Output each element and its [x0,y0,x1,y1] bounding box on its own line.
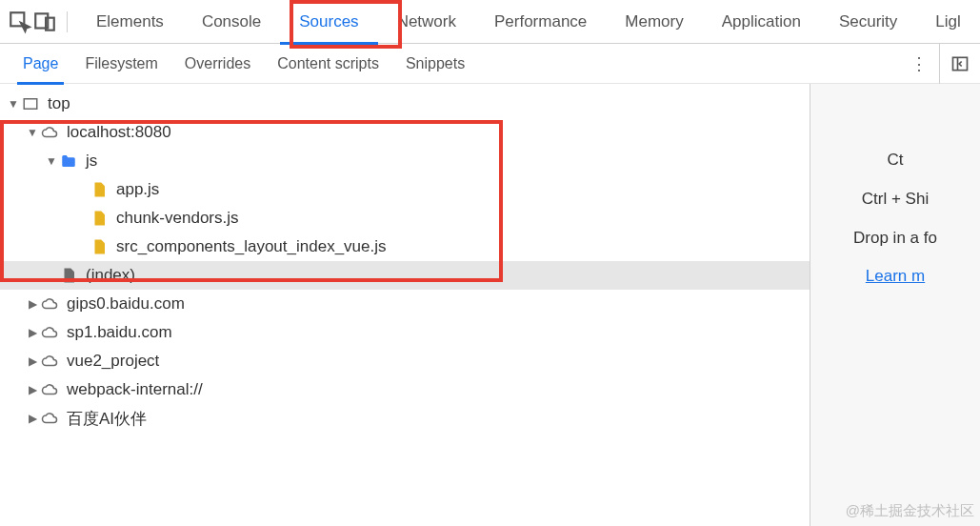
tree-node-top[interactable]: ▼ top [0,90,810,118]
chevron-right-icon: ▶ [25,297,40,311]
tab-performance[interactable]: Performance [475,0,606,44]
subtab-page[interactable]: Page [10,44,71,84]
right-help-pane: Ct Ctrl + Shi Drop in a fo Learn m [810,84,980,526]
chevron-right-icon: ▶ [25,383,40,396]
tab-network[interactable]: Network [378,0,475,44]
divider [67,11,68,32]
tab-lighthouse[interactable]: Ligl [916,0,979,44]
js-file-icon [90,237,109,256]
tree-label: chunk-vendors.js [116,209,239,228]
sources-sub-tabs-row: Page Filesystem Overrides Content script… [0,44,980,84]
cloud-icon [40,352,59,371]
devtools-main-tabs: Elements Console Sources Network Perform… [0,0,980,44]
tree-label: 百度AI伙伴 [67,408,147,430]
js-file-icon [90,209,109,228]
main-area: ▼ top ▼ localhost:8080 ▼ js app.js chunk… [0,84,980,526]
file-tree-pane: ▼ top ▼ localhost:8080 ▼ js app.js chunk… [0,84,810,526]
frame-icon [21,94,40,113]
svg-rect-5 [24,99,37,110]
tree-node-baidu-ai[interactable]: ▶ 百度AI伙伴 [0,404,810,433]
tab-application[interactable]: Application [703,0,820,44]
tree-node-localhost[interactable]: ▼ localhost:8080 [0,118,810,147]
chevron-right-icon: ▶ [25,354,40,368]
chevron-right-icon: ▶ [25,412,40,425]
shortcut-hint: Ct [816,141,974,180]
cloud-icon [40,380,59,399]
tab-security[interactable]: Security [820,0,916,44]
subtab-content-scripts[interactable]: Content scripts [264,44,392,84]
tree-file-src-components[interactable]: src_components_layout_index_vue.js [0,233,810,261]
tab-elements[interactable]: Elements [77,0,183,44]
tree-node-js-folder[interactable]: ▼ js [0,147,810,175]
tree-file-chunk-vendors[interactable]: chunk-vendors.js [0,204,810,233]
tree-label: localhost:8080 [67,123,171,142]
chevron-down-icon: ▼ [25,126,40,139]
cloud-icon [40,323,59,342]
js-file-icon [90,180,109,199]
tree-label: vue2_project [67,352,159,371]
shortcut-hint: Ctrl + Shi [816,180,974,219]
tab-memory[interactable]: Memory [606,0,702,44]
more-options-icon[interactable]: ⋮ [905,50,933,78]
tree-label: js [86,152,97,171]
watermark: @稀土掘金技术社区 [846,502,974,520]
tree-file-app-js[interactable]: app.js [0,175,810,204]
tree-label: (index) [86,266,135,285]
subtab-overrides[interactable]: Overrides [171,44,264,84]
tree-node-sp1[interactable]: ▶ sp1.baidu.com [0,318,810,347]
inspect-element-icon[interactable] [8,10,32,34]
chevron-right-icon: ▶ [25,326,40,339]
cloud-icon [40,294,59,314]
folder-icon [59,152,78,171]
cloud-icon [40,123,59,142]
tab-sources[interactable]: Sources [280,0,377,44]
tree-label: top [48,94,70,113]
tree-label: app.js [116,180,159,199]
learn-more-link[interactable]: Learn m [866,267,925,285]
tree-node-vue2-project[interactable]: ▶ vue2_project [0,347,810,375]
tab-console[interactable]: Console [183,0,280,44]
chevron-down-icon: ▼ [6,97,21,111]
tree-label: sp1.baidu.com [67,323,172,342]
drop-hint: Drop in a fo [816,219,974,258]
tree-node-gips0[interactable]: ▶ gips0.baidu.com [0,290,810,318]
cloud-icon [40,409,59,428]
show-navigator-icon[interactable] [940,54,980,73]
tree-node-webpack-internal[interactable]: ▶ webpack-internal:// [0,375,810,404]
subtab-snippets[interactable]: Snippets [392,44,478,84]
tree-label: gips0.baidu.com [67,294,185,314]
tree-label: webpack-internal:// [67,380,203,399]
tree-label: src_components_layout_index_vue.js [116,237,387,256]
subtab-filesystem[interactable]: Filesystem [71,44,170,84]
document-icon [59,266,78,285]
chevron-down-icon: ▼ [44,154,59,168]
device-toggle-icon[interactable] [32,10,57,34]
tree-file-index[interactable]: (index) [0,261,810,290]
